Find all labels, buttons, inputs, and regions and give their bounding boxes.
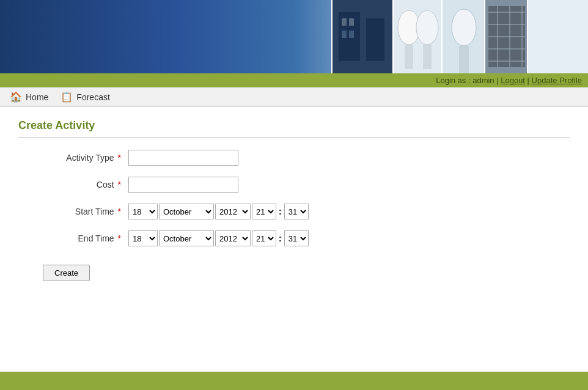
- start-time-label: Start Time *: [31, 207, 128, 216]
- login-text: Login as : admin: [436, 76, 494, 85]
- svg-rect-5: [342, 31, 347, 38]
- start-month-select[interactable]: JanuaryFebruaryMarchAprilMayJuneJulyAugu…: [159, 204, 214, 219]
- activity-type-row: Activity Type *: [31, 150, 570, 166]
- activity-type-input[interactable]: [128, 150, 238, 166]
- svg-rect-11: [423, 45, 432, 69]
- start-time-row: Start Time * 123456789101112131415161718…: [31, 204, 570, 219]
- form-actions: Create: [31, 259, 570, 281]
- cost-label: Cost *: [31, 180, 128, 189]
- svg-rect-4: [349, 18, 354, 26]
- logout-link[interactable]: Logout: [501, 76, 525, 85]
- required-star-2: *: [118, 180, 121, 189]
- end-minute-select[interactable]: 015101520253031354045505559: [284, 230, 309, 246]
- end-day-select[interactable]: 1234567891011121314151617181920212223242…: [128, 230, 158, 246]
- end-month-select[interactable]: JanuaryFebruaryMarchAprilMayJuneJulyAugu…: [159, 230, 214, 246]
- required-star-1: *: [118, 153, 121, 163]
- svg-rect-3: [342, 18, 347, 26]
- create-activity-form: Activity Type * Cost * Start Time * 1234…: [31, 150, 570, 246]
- banner-image-2: [392, 0, 441, 73]
- start-hour-select[interactable]: 01234567891011121314151617181920212223: [252, 204, 276, 219]
- end-time-row: End Time * 12345678910111213141516171819…: [31, 230, 570, 246]
- end-time-group: 1234567891011121314151617181920212223242…: [128, 230, 309, 246]
- start-year-select[interactable]: 20102011201220132014: [215, 204, 251, 219]
- menu-bar: 🏠 Home 📋 Forecast: [0, 87, 588, 107]
- svg-rect-2: [366, 18, 384, 61]
- required-star-3: *: [118, 207, 121, 216]
- banner-image-3: [441, 0, 484, 73]
- svg-rect-14: [459, 46, 469, 73]
- page-title: Create Activity: [18, 119, 570, 138]
- header-banner: [0, 0, 588, 73]
- home-icon: 🏠: [10, 91, 22, 103]
- cost-input[interactable]: [128, 177, 238, 193]
- banner-images: [331, 0, 588, 73]
- svg-rect-26: [528, 0, 588, 73]
- menu-item-home[interactable]: 🏠 Home: [10, 91, 48, 103]
- cost-row: Cost *: [31, 177, 570, 193]
- start-colon: :: [279, 207, 282, 216]
- start-day-select[interactable]: 1234567891011121314151617181920212223242…: [128, 204, 158, 219]
- main-content: Create Activity Activity Type * Cost * S…: [0, 107, 588, 293]
- end-hour-select[interactable]: 01234567891011121314151617181920212223: [252, 230, 276, 246]
- update-profile-link[interactable]: Update Profile: [532, 76, 582, 85]
- topbar: Login as : admin | Logout | Update Profi…: [0, 73, 588, 87]
- required-star-4: *: [118, 234, 121, 243]
- banner-image-1: [331, 0, 392, 73]
- banner-image-5: [527, 0, 588, 73]
- menu-forecast-label: Forecast: [76, 92, 109, 102]
- create-button[interactable]: Create: [43, 265, 90, 281]
- svg-rect-6: [349, 31, 354, 38]
- end-time-label: End Time *: [31, 234, 128, 243]
- end-year-select[interactable]: 20102011201220132014: [215, 230, 251, 246]
- start-time-group: 1234567891011121314151617181920212223242…: [128, 204, 309, 219]
- banner-image-4: [484, 0, 527, 73]
- start-minute-select[interactable]: 015101520253031354045505559: [284, 204, 309, 219]
- svg-rect-10: [405, 45, 413, 69]
- menu-item-forecast[interactable]: 📋 Forecast: [61, 91, 109, 103]
- svg-point-13: [452, 9, 476, 46]
- activity-type-label: Activity Type *: [31, 153, 128, 163]
- separator-2: |: [527, 76, 532, 85]
- menu-home-label: Home: [26, 92, 48, 102]
- svg-point-9: [416, 10, 438, 45]
- end-colon: :: [279, 234, 282, 243]
- forecast-icon: 📋: [61, 91, 73, 103]
